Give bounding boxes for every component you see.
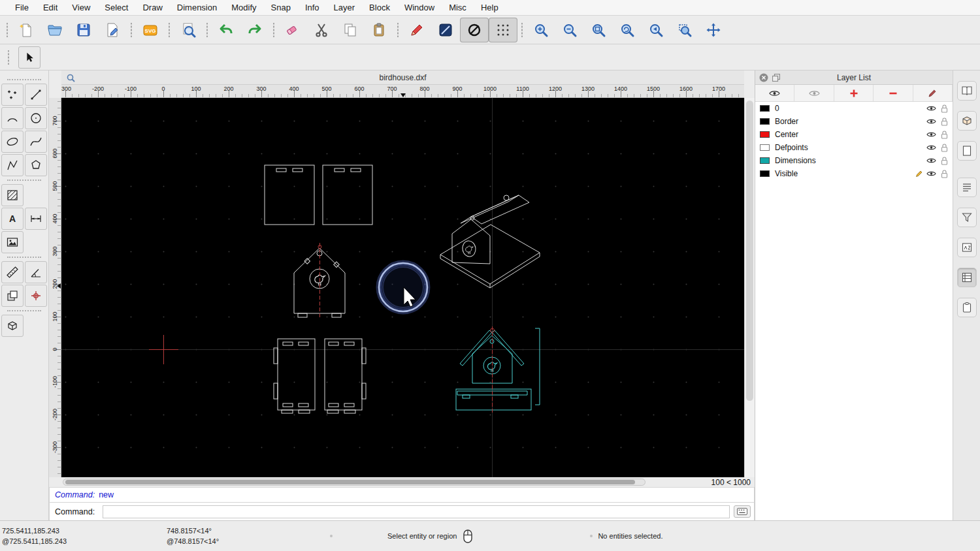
entity-attributes-button[interactable] bbox=[431, 18, 460, 42]
layer-row[interactable]: Border bbox=[755, 115, 953, 128]
entity-list-toggle[interactable] bbox=[957, 178, 977, 197]
zoom-in-button[interactable] bbox=[527, 18, 555, 42]
show-all-layers-button[interactable] bbox=[755, 85, 794, 101]
points-tool[interactable] bbox=[1, 84, 24, 106]
menu-draw[interactable]: Draw bbox=[135, 0, 169, 15]
entity-filter-toggle[interactable] bbox=[957, 208, 977, 227]
horizontal-scrollbar-thumb[interactable] bbox=[65, 480, 635, 484]
toolbar-handle[interactable] bbox=[7, 50, 10, 65]
3d-view-tool[interactable] bbox=[1, 315, 24, 337]
document-titlebar[interactable]: birdhouse.dxf bbox=[61, 71, 744, 85]
zoom-pan-button[interactable] bbox=[699, 18, 728, 42]
entity-isometric-view[interactable] bbox=[440, 195, 540, 288]
layer-list-toggle[interactable] bbox=[957, 268, 977, 287]
zoom-previous-button[interactable] bbox=[642, 18, 670, 42]
command-input[interactable] bbox=[103, 505, 730, 518]
order-tool[interactable] bbox=[1, 285, 24, 307]
toolbar-handle[interactable] bbox=[5, 23, 9, 37]
edit-entity-tool[interactable] bbox=[25, 285, 47, 307]
clipboard-panel-toggle[interactable] bbox=[957, 298, 977, 317]
menu-window[interactable]: Window bbox=[397, 0, 442, 15]
close-panel-button[interactable] bbox=[759, 73, 768, 82]
toolbar-handle[interactable] bbox=[167, 23, 171, 37]
print-preview-button[interactable] bbox=[174, 18, 203, 42]
toolbar-handle[interactable] bbox=[272, 23, 276, 37]
block-list-toggle[interactable] bbox=[957, 111, 977, 131]
zoom-window-button[interactable] bbox=[670, 18, 699, 42]
library-browser-toggle[interactable] bbox=[957, 81, 977, 101]
menu-snap[interactable]: Snap bbox=[264, 0, 298, 15]
save-as-button[interactable] bbox=[98, 18, 127, 42]
entity-centerline-front[interactable] bbox=[318, 243, 321, 319]
layer-lock-toggle[interactable] bbox=[941, 104, 948, 113]
arc-tool[interactable] bbox=[1, 107, 24, 129]
save-file-button[interactable] bbox=[69, 18, 98, 42]
line-tool[interactable] bbox=[25, 84, 47, 106]
layer-visibility-toggle[interactable] bbox=[926, 144, 936, 151]
vertical-scrollbar-thumb[interactable] bbox=[746, 101, 753, 401]
no-fill-toggle-button[interactable] bbox=[460, 18, 489, 42]
vertical-scrollbar[interactable] bbox=[744, 98, 755, 477]
hatch-tool[interactable] bbox=[1, 184, 24, 206]
horizontal-scrollbar[interactable]: 100 < 1000 bbox=[61, 477, 755, 487]
menu-help[interactable]: Help bbox=[474, 0, 506, 15]
page-setup-toggle[interactable] bbox=[957, 141, 977, 161]
text-tool[interactable]: A bbox=[1, 208, 24, 230]
menu-edit[interactable]: Edit bbox=[36, 0, 65, 15]
layer-visibility-toggle[interactable] bbox=[926, 105, 936, 112]
pen-attributes-button[interactable] bbox=[402, 18, 431, 42]
layer-lock-toggle[interactable] bbox=[941, 131, 948, 139]
measure-distance-tool[interactable] bbox=[1, 261, 24, 283]
svg-export-button[interactable]: SVG bbox=[136, 18, 165, 42]
measure-angle-tool[interactable] bbox=[25, 261, 47, 283]
float-panel-button[interactable] bbox=[772, 74, 780, 82]
remove-layer-button[interactable] bbox=[874, 85, 913, 101]
menu-block[interactable]: Block bbox=[362, 0, 397, 15]
delete-entity-button[interactable] bbox=[278, 18, 307, 42]
layer-row[interactable]: Dimensions bbox=[755, 154, 953, 167]
zoom-out-button[interactable] bbox=[555, 18, 584, 42]
copy-button[interactable] bbox=[336, 18, 365, 42]
pen-wizard-toggle[interactable] bbox=[957, 238, 977, 257]
cad-drawing[interactable] bbox=[61, 98, 744, 477]
menu-file[interactable]: File bbox=[8, 0, 36, 15]
layer-row[interactable]: Defpoints bbox=[755, 141, 953, 154]
hide-all-layers-button[interactable] bbox=[794, 85, 834, 101]
layer-row[interactable]: Visible bbox=[755, 167, 953, 180]
layer-visibility-toggle[interactable] bbox=[926, 157, 936, 164]
entity-assembled-front-selected[interactable] bbox=[456, 328, 540, 410]
add-layer-button[interactable] bbox=[834, 85, 874, 101]
keyboard-toggle-button[interactable] bbox=[734, 505, 751, 518]
drawing-canvas[interactable] bbox=[61, 98, 744, 477]
circle-tool[interactable] bbox=[25, 107, 47, 129]
undo-button[interactable] bbox=[212, 18, 240, 42]
spline-tool[interactable] bbox=[25, 131, 47, 153]
dimension-tool[interactable] bbox=[25, 208, 47, 230]
layer-row[interactable]: Center bbox=[755, 128, 953, 141]
layer-lock-toggle[interactable] bbox=[941, 157, 948, 165]
layer-lock-toggle[interactable] bbox=[941, 170, 948, 178]
entity-side-panels[interactable] bbox=[274, 339, 366, 413]
ellipse-tool[interactable] bbox=[1, 131, 24, 153]
image-tool[interactable] bbox=[1, 231, 24, 253]
horizontal-scrollbar-track[interactable] bbox=[63, 479, 645, 486]
layer-visibility-toggle[interactable] bbox=[926, 131, 936, 138]
toolbar-handle[interactable] bbox=[396, 23, 400, 37]
layer-row[interactable]: 0 bbox=[755, 102, 953, 115]
new-file-button[interactable] bbox=[12, 18, 41, 42]
edit-layer-button[interactable] bbox=[913, 85, 953, 101]
grid-toggle-button[interactable] bbox=[489, 18, 517, 42]
menu-modify[interactable]: Modify bbox=[224, 0, 263, 15]
redo-button[interactable] bbox=[240, 18, 269, 42]
layer-visibility-toggle[interactable] bbox=[926, 118, 936, 125]
cut-button[interactable] bbox=[307, 18, 336, 42]
select-tool-button[interactable] bbox=[18, 46, 41, 69]
zoom-auto-button[interactable] bbox=[584, 18, 613, 42]
zoom-redraw-button[interactable] bbox=[613, 18, 642, 42]
menu-misc[interactable]: Misc bbox=[442, 0, 474, 15]
menu-dimension[interactable]: Dimension bbox=[170, 0, 224, 15]
toolbar-handle[interactable] bbox=[129, 23, 133, 37]
menu-layer[interactable]: Layer bbox=[327, 0, 363, 15]
open-file-button[interactable] bbox=[41, 18, 69, 42]
polyline-tool[interactable] bbox=[1, 154, 24, 176]
